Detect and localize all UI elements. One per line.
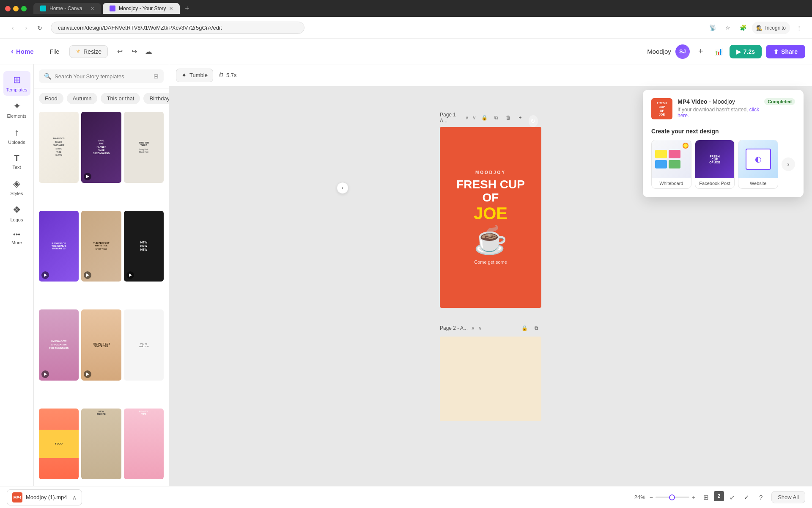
more-label: More: [11, 240, 22, 245]
canva-topbar: ‹ Home File ⚜ Resize ↩ ↪ ☁ Moodjoy SJ + …: [0, 39, 812, 64]
template-card-5[interactable]: THE PERFECTWHITE TEE SHOP NOW: [81, 211, 121, 282]
nav-back-button[interactable]: ‹: [7, 22, 19, 34]
template-card-10[interactable]: FOOD: [39, 409, 79, 480]
download-file-indicator[interactable]: MP4 Moodjoy (1).mp4 ∧: [7, 489, 82, 505]
template-card-2[interactable]: SAVETHEPLANETSHOPSECONDHAND: [81, 112, 121, 183]
tc10-top: FOOD: [55, 442, 62, 445]
dot-red[interactable]: [5, 6, 11, 11]
page1-refresh-button[interactable]: ↻: [529, 115, 538, 127]
sidebar-item-styles[interactable]: ◈ Styles: [3, 175, 30, 199]
page1-add-button[interactable]: +: [515, 113, 525, 123]
zoom-plus-icon[interactable]: +: [692, 494, 695, 501]
resize-button[interactable]: ⚜ Resize: [69, 45, 108, 58]
file-name-label: Moodjoy (1).mp4: [26, 494, 67, 500]
dn-card-website[interactable]: ◐ Website: [738, 140, 778, 189]
template-card-7[interactable]: EYESHADOWAPPLICATIONFOR BEGINNERS: [39, 309, 79, 381]
file-menu-button[interactable]: File: [45, 46, 65, 58]
avatar-button[interactable]: SJ: [675, 44, 690, 59]
design-title: Moodjoy: [647, 48, 671, 55]
design-canvas-page2[interactable]: [440, 337, 541, 421]
more-options-button[interactable]: ⋮: [793, 22, 805, 34]
tc9-text: you'rewelcome: [137, 341, 151, 349]
tc5-text: THE PERFECTWHITE TEE: [93, 242, 109, 247]
tag-birthday[interactable]: Birthday: [143, 93, 169, 104]
slider-thumb[interactable]: [669, 494, 675, 500]
dot-yellow[interactable]: [13, 6, 19, 11]
tag-this-or-that[interactable]: This or that: [101, 93, 140, 104]
analytics-button[interactable]: 📊: [712, 45, 725, 58]
share-button[interactable]: ⬆ Share: [766, 45, 805, 58]
search-box: 🔍 ⊟: [39, 69, 164, 83]
undo-button[interactable]: ↩: [113, 45, 126, 58]
page2-view: Page 2 - A... ∧ ∨ 🔒 ⧉: [440, 323, 541, 421]
search-input[interactable]: [55, 73, 150, 80]
extension-icon-button[interactable]: 🧩: [737, 22, 749, 34]
page2-copy-button[interactable]: ⧉: [531, 323, 541, 333]
styles-label: Styles: [11, 191, 23, 196]
dn-card-whiteboard[interactable]: Whiteboard: [651, 140, 691, 189]
page1-copy-button[interactable]: ⧉: [491, 113, 502, 123]
page2-lock-button[interactable]: 🔒: [519, 323, 529, 333]
nav-forward-button[interactable]: ›: [20, 22, 32, 34]
expand-screen-button[interactable]: ⤢: [726, 491, 738, 504]
show-all-button[interactable]: Show All: [771, 491, 805, 503]
home-button[interactable]: ‹ Home: [7, 44, 38, 58]
save-button[interactable]: ☁: [142, 45, 155, 58]
template-card-6[interactable]: NEWNEWNEW: [124, 211, 164, 282]
dot-green[interactable]: [21, 6, 27, 11]
plus-button[interactable]: +: [694, 45, 708, 58]
filter-icon[interactable]: ⊟: [154, 73, 159, 80]
url-bar[interactable]: canva.com/design/DAFNVetRTV8/J1WoMZtkPXc…: [51, 22, 304, 34]
sidebar-item-templates[interactable]: ⊞ Templates: [3, 71, 30, 96]
tab-new-button[interactable]: +: [181, 3, 192, 14]
tab-home[interactable]: Home - Canva ✕: [33, 3, 101, 14]
check-button[interactable]: ✓: [740, 491, 753, 504]
page1-chevron-up[interactable]: ∧: [465, 115, 469, 121]
redo-button[interactable]: ↪: [127, 45, 141, 58]
page1-chevron-down[interactable]: ∨: [472, 115, 476, 121]
template-card-12[interactable]: BEAUTYTIPS: [124, 409, 164, 480]
collapse-panel-button[interactable]: ‹: [337, 182, 348, 194]
sidebar-item-elements[interactable]: ✦ Elements: [3, 97, 30, 122]
share-icon: ⬆: [774, 48, 779, 55]
template-card-4[interactable]: REVIEW OFTHE SONUSBONUM 10: [39, 211, 79, 282]
play-overlay-2: [84, 173, 91, 180]
slider-track[interactable]: [656, 497, 689, 498]
animation-tool-button[interactable]: ✦ Tumble: [176, 69, 213, 82]
play-overlay-7: [41, 370, 49, 378]
page1-delete-button[interactable]: 🗑: [503, 113, 513, 123]
dn-card-facebook[interactable]: FRESHCUPOF JOE Facebook Post: [695, 140, 735, 189]
more-icon: •••: [13, 231, 20, 238]
grid-view-button[interactable]: ⊞: [700, 491, 712, 504]
template-card-8[interactable]: THE PERFECTWHITE TEE: [81, 309, 121, 381]
template-card-9[interactable]: you'rewelcome: [124, 309, 164, 381]
help-button[interactable]: ?: [754, 491, 767, 504]
tab-close-home[interactable]: ✕: [91, 6, 94, 11]
tab-story[interactable]: Moodjoy - Your Story ✕: [103, 3, 180, 14]
play-button[interactable]: ▶ 7.2s: [730, 45, 762, 58]
tag-food[interactable]: Food: [39, 93, 63, 104]
tag-autumn[interactable]: Autumn: [67, 93, 98, 104]
page2-chevron-down[interactable]: ∨: [478, 325, 482, 331]
template-card-11[interactable]: NEWRECIPE: [81, 409, 121, 480]
sidebar-item-more[interactable]: ••• More: [3, 227, 30, 248]
template-card-1[interactable]: NANNY'SBABYSHOWERSAVETHEDATE: [39, 112, 79, 183]
zoom-slider[interactable]: − +: [650, 494, 695, 501]
sidebar-item-uploads[interactable]: ↑ Uploads: [3, 124, 30, 148]
template-card-3[interactable]: THIS ORTHAT Long HairShort Hair: [124, 112, 164, 183]
design-canvas-page1[interactable]: MOODJOY FRESH CUP OF JOE ☕ Come get some: [440, 127, 541, 308]
dn-card-img-whiteboard: [652, 140, 691, 178]
sidebar-item-text[interactable]: T Text: [3, 150, 30, 173]
page2-chevron-up[interactable]: ∧: [471, 325, 475, 331]
bookmark-icon-button[interactable]: ☆: [721, 22, 734, 34]
cast-icon-button[interactable]: 📡: [706, 22, 719, 34]
sidebar-item-logos[interactable]: ❖ Logos: [3, 201, 30, 226]
zoom-minus-icon[interactable]: −: [650, 494, 653, 501]
nav-refresh-button[interactable]: ↻: [34, 22, 46, 34]
tab-close-story[interactable]: ✕: [169, 6, 173, 11]
page1-lock-button[interactable]: 🔒: [480, 113, 490, 123]
dn-card-img-website: ◐: [738, 140, 778, 178]
dn-next-arrow-button[interactable]: ›: [782, 157, 795, 171]
tc11-text: NEWRECIPE: [81, 409, 121, 417]
uploads-label: Uploads: [8, 140, 25, 145]
